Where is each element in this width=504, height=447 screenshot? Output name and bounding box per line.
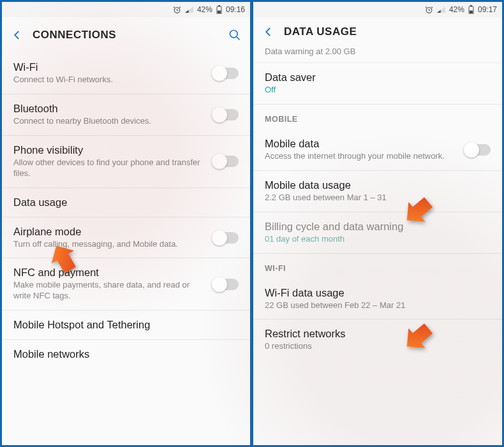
row-data-saver[interactable]: Data saverOff [253,63,502,105]
row-sub: Connect to nearby Bluetooth devices. [13,116,208,127]
row-wifi[interactable]: Wi-FiConnect to Wi-Fi networks. [2,53,250,94]
toggle-nfc[interactable] [213,279,239,290]
section-wifi: WI-FI [253,254,502,279]
data-warning-text: Data warning at 2.00 GB [253,47,502,63]
row-sub: Off [265,85,485,96]
row-bluetooth[interactable]: BluetoothConnect to nearby Bluetooth dev… [2,94,250,136]
row-mobile-data-usage[interactable]: Mobile data usage2.2 GB used between Mar… [253,171,502,212]
row-restrict-networks[interactable]: Restrict networks0 restrictions [253,319,502,360]
row-sub: Connect to Wi-Fi networks. [13,75,208,85]
row-nfc[interactable]: NFC and paymentMake mobile payments, sha… [2,258,250,311]
alarm-icon [425,6,433,14]
toggle-bluetooth[interactable] [213,109,239,121]
row-title: Mobile networks [13,348,233,360]
row-title: NFC and payment [13,267,208,279]
row-title: Bluetooth [13,103,208,115]
row-airplane[interactable]: Airplane modeTurn off calling, messaging… [2,217,250,259]
row-data-usage[interactable]: Data usage [2,188,250,217]
row-billing-cycle[interactable]: Billing cycle and data warning01 day of … [253,212,502,254]
row-phone-visibility[interactable]: Phone visibilityAllow other devices to f… [2,136,250,188]
row-title: Airplane mode [13,226,208,238]
row-sub: Access the internet through your mobile … [265,151,460,162]
row-title: Wi-Fi [13,61,208,73]
search-icon[interactable] [226,26,244,44]
row-wifi-data-usage[interactable]: Wi-Fi data usage22 GB used between Feb 2… [253,279,502,320]
row-title: Phone visibility [13,144,208,156]
row-sub: 01 day of each month [265,234,485,245]
row-sub: 0 restrictions [265,341,485,352]
header: CONNECTIONS [2,17,250,53]
row-title: Data saver [265,71,485,84]
row-title: Mobile Hotspot and Tethering [13,319,233,331]
clock-text: 09:16 [226,5,245,14]
svg-rect-7 [470,5,472,6]
header: DATA USAGE [253,17,502,47]
row-title: Mobile data usage [265,179,485,191]
signal-icon [185,6,193,13]
toggle-mobile-data[interactable] [465,144,491,156]
back-button[interactable] [8,26,26,44]
svg-rect-8 [470,11,473,14]
row-mobile-data[interactable]: Mobile dataAccess the internet through y… [253,129,502,171]
svg-point-4 [230,31,238,38]
svg-rect-3 [218,11,221,14]
back-button[interactable] [260,23,278,41]
phone-connections: 42% 09:16 CONNECTIONS Wi-FiConnect to Wi… [0,0,252,447]
page-title: CONNECTIONS [33,29,226,41]
row-sub: 22 GB used between Feb 22 – Mar 21 [265,300,485,311]
status-bar: 42% 09:16 [2,2,250,17]
section-mobile: MOBILE [253,105,502,129]
row-sub: Allow other devices to find your phone a… [13,158,208,179]
row-hotspot[interactable]: Mobile Hotspot and Tethering [2,311,250,340]
toggle-airplane[interactable] [213,232,239,244]
row-title: Data usage [13,196,233,209]
clock-text: 09:17 [478,5,497,14]
status-bar: 42% 09:17 [253,2,502,17]
row-title: Billing cycle and data warning [265,221,485,233]
row-title: Restrict networks [265,328,485,340]
row-sub: Make mobile payments, share data, and re… [13,280,208,302]
battery-icon [468,5,474,14]
battery-icon [216,5,222,14]
row-title: Mobile data [265,138,460,150]
row-sub: 2.2 GB used between Mar 1 – 31 [265,193,485,203]
page-title: DATA USAGE [284,26,496,38]
toggle-wifi[interactable] [213,68,239,79]
row-title: Wi-Fi data usage [265,287,485,299]
svg-rect-2 [218,5,220,6]
toggle-phone-visibility[interactable] [213,156,239,167]
alarm-icon [173,6,181,14]
battery-percent: 42% [197,5,212,14]
row-mobile-networks[interactable]: Mobile networks [2,340,250,369]
battery-percent: 42% [449,5,464,14]
row-sub: Turn off calling, messaging, and Mobile … [13,239,208,250]
signal-icon [437,6,445,13]
connections-list: Wi-FiConnect to Wi-Fi networks. Bluetoot… [2,53,250,369]
phone-data-usage: 42% 09:17 DATA USAGE Data warning at 2.0… [252,0,504,447]
